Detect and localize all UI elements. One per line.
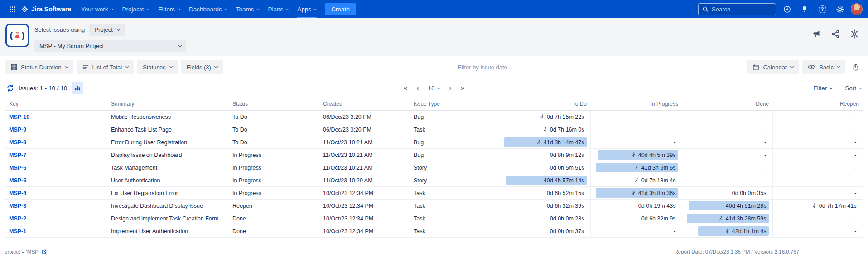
duration-text: 0d 7h 18m 4s xyxy=(641,177,676,184)
user-avatar[interactable] xyxy=(851,3,863,15)
last-page-button[interactable]: » xyxy=(461,84,465,92)
col-header-reopen[interactable]: Reopen xyxy=(772,98,863,111)
next-page-button[interactable]: › xyxy=(449,84,452,92)
col-header-todo[interactable]: To Do xyxy=(499,98,590,111)
issue-date-filter-input[interactable] xyxy=(227,64,744,71)
nav-item-teams[interactable]: Teams xyxy=(231,0,264,18)
share-icon[interactable] xyxy=(831,29,840,39)
issue-key[interactable]: MSP-5 xyxy=(9,177,26,184)
duration-text: 41d 3h 28m 59s xyxy=(726,215,767,222)
project-dropdown[interactable]: MSP - My Scrum Project xyxy=(34,40,186,52)
table-row: MSP-8 Error During User Registration To … xyxy=(5,136,863,149)
nav-item-dashboards[interactable]: Dashboards xyxy=(184,0,231,18)
issue-key[interactable]: MSP-7 xyxy=(9,152,26,158)
refresh-button[interactable] xyxy=(6,84,14,92)
issue-summary: Mobile Responsiveness xyxy=(107,111,229,123)
duration-bar: 0d 0h 5m 51s xyxy=(503,163,587,172)
nav-item-projects[interactable]: Projects xyxy=(117,0,154,18)
issue-key[interactable]: MSP-2 xyxy=(9,215,26,222)
prev-page-button[interactable]: ‹ xyxy=(416,84,419,92)
filter-dropdown[interactable]: Filter xyxy=(813,85,832,92)
duration-cell: 41d 3h 28m 59s xyxy=(682,212,772,225)
col-header-done[interactable]: Done xyxy=(682,98,772,111)
issue-type: Story xyxy=(410,174,499,187)
chart-view-button[interactable] xyxy=(72,82,83,94)
issue-key[interactable]: MSP-1 xyxy=(9,228,26,235)
top-navigation: Jira Software Your work Projects Filters… xyxy=(0,0,868,18)
duration-bar: - xyxy=(776,176,859,185)
running-person-icon xyxy=(724,228,730,234)
duration-cell: 0d 0h 0m 37s xyxy=(499,225,590,238)
duration-bar: - xyxy=(686,176,769,185)
select-issues-label: Select issues using xyxy=(34,26,85,33)
duration-cell: - xyxy=(682,136,772,149)
col-header-created[interactable]: Created xyxy=(319,98,410,111)
duration-cell: - xyxy=(590,111,682,123)
discover-button[interactable] xyxy=(780,2,794,16)
duration-bar: 42d 1h 1m 4s xyxy=(698,226,769,236)
col-header-summary[interactable]: Summary xyxy=(107,98,229,111)
duration-cell: 41d 3h 8m 36s xyxy=(590,187,682,200)
issue-type: Bug xyxy=(410,136,499,149)
col-header-in-progress[interactable]: In Progress xyxy=(590,98,682,111)
jql-link[interactable]: project = 'MSP' xyxy=(5,249,47,254)
col-header-issue-type[interactable]: Issue Type xyxy=(410,98,499,111)
feedback-megaphone-icon[interactable] xyxy=(812,29,821,39)
col-header-key[interactable]: Key xyxy=(5,98,107,111)
duration-text: - xyxy=(764,165,766,171)
app-switcher-grid-icon xyxy=(9,6,16,13)
fields-dropdown[interactable]: Fields (3) xyxy=(181,60,223,74)
duration-bar: 0d 0h 0m 28s xyxy=(503,214,587,223)
duration-text: 40d 4h 51m 28s xyxy=(726,203,767,209)
app-header-actions xyxy=(812,23,860,39)
duration-bar: 0d 0h 19m 43s xyxy=(594,201,678,210)
chevron-down-icon xyxy=(146,7,149,10)
view-mode-dropdown[interactable]: Basic xyxy=(802,60,845,74)
issue-key[interactable]: MSP-4 xyxy=(9,190,26,196)
statuses-dropdown[interactable]: Statuses xyxy=(137,60,178,74)
duration-bar: 0d 7h 17m 41s xyxy=(776,201,859,210)
help-button[interactable]: ? xyxy=(815,2,829,16)
issue-status: Done xyxy=(229,212,319,225)
aggregation-dropdown[interactable]: List of Total xyxy=(77,60,134,74)
issue-key[interactable]: MSP-8 xyxy=(9,139,26,146)
chevron-down-icon xyxy=(178,43,182,47)
issue-key[interactable]: MSP-9 xyxy=(9,127,26,133)
issue-key[interactable]: MSP-10 xyxy=(9,114,29,120)
col-header-status[interactable]: Status xyxy=(229,98,319,111)
duration-cell: - xyxy=(682,111,772,123)
jira-logo[interactable]: Jira Software xyxy=(19,5,77,13)
sort-dropdown[interactable]: Sort xyxy=(845,85,862,92)
nav-item-plans[interactable]: Plans xyxy=(264,0,293,18)
notifications-button[interactable] xyxy=(798,2,811,16)
app-settings-gear-icon[interactable] xyxy=(850,29,859,39)
export-button[interactable] xyxy=(849,60,863,74)
issue-status: In Progress xyxy=(229,149,319,161)
page-size-dropdown[interactable]: 10 xyxy=(428,85,440,92)
table-row: MSP-1 Implement User Authentication Done… xyxy=(5,225,863,238)
duration-cell: - xyxy=(772,225,863,238)
table-row: MSP-6 Task Management In Progress 11/Oct… xyxy=(5,161,863,174)
duration-text: 0d 8h 9m 12s xyxy=(550,152,584,158)
duration-bar: 0d 0h 0m 35s xyxy=(686,188,769,198)
nav-item-your-work[interactable]: Your work xyxy=(77,0,118,18)
duration-text: 41d 3h 9m 6s xyxy=(641,165,676,171)
duration-cell: - xyxy=(590,123,682,136)
app-switcher-button[interactable] xyxy=(5,2,19,16)
nav-item-apps[interactable]: Apps xyxy=(293,0,321,18)
issue-key[interactable]: MSP-6 xyxy=(9,165,26,171)
create-button[interactable]: Create xyxy=(325,3,356,15)
settings-button[interactable] xyxy=(833,2,847,16)
nav-item-filters[interactable]: Filters xyxy=(154,0,184,18)
footer: project = 'MSP' Report Date: 07/Dec/23 1… xyxy=(0,247,868,259)
issue-source-dropdown[interactable]: Project xyxy=(89,24,124,36)
issue-created: 06/Dec/23 3:20 PM xyxy=(319,123,410,136)
issue-table-body: MSP-10 Mobile Responsiveness To Do 06/De… xyxy=(5,111,863,238)
search-input[interactable] xyxy=(712,6,772,13)
calendar-dropdown[interactable]: Calendar xyxy=(747,60,799,74)
report-type-dropdown[interactable]: Status Duration xyxy=(5,60,73,74)
issue-key[interactable]: MSP-3 xyxy=(9,203,26,209)
nav-item-label: Filters xyxy=(158,6,175,13)
global-search[interactable] xyxy=(698,3,776,15)
first-page-button[interactable]: « xyxy=(403,84,407,92)
